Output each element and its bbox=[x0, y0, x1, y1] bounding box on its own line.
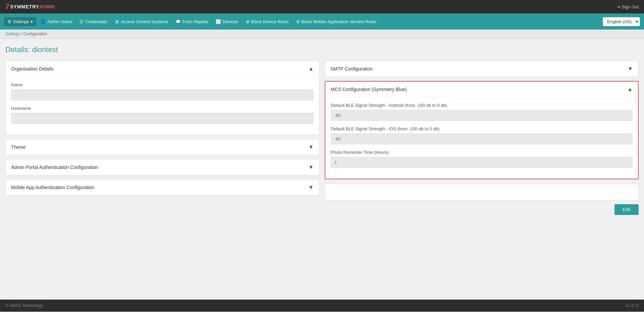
block-mobile-icon: ⊘ bbox=[296, 19, 300, 24]
mcs-section: MCS Configuration (Symmetry Blue) ▲ Defa… bbox=[325, 81, 639, 179]
ble-ios-label: Default BLE Signal Strength - iOS (from … bbox=[331, 126, 633, 131]
nav-settings[interactable]: ⚙ Settings ▾ bbox=[4, 17, 36, 26]
admin-portal-auth-title: Admin Portal Authentication Configuratio… bbox=[11, 165, 98, 170]
mcs-body: Default BLE Signal Strength - Android (f… bbox=[325, 97, 638, 179]
admin-users-icon: 👤 bbox=[40, 19, 46, 24]
smtp-chevron-icon: ▼ bbox=[628, 66, 633, 72]
logo-sym: SYMMETRY bbox=[10, 4, 39, 9]
admin-portal-auth-header[interactable]: Admin Portal Authentication Configuratio… bbox=[6, 160, 319, 175]
devices-icon: ⬜ bbox=[216, 19, 221, 24]
name-field-group: Name bbox=[11, 82, 314, 100]
admin-portal-auth-section: Admin Portal Authentication Configuratio… bbox=[5, 159, 319, 175]
form-replies-icon: 💬 bbox=[175, 19, 181, 24]
nav-left: ⚙ Settings ▾ 👤 Admin Users ☰ Credentials… bbox=[4, 17, 380, 26]
ble-android-label: Default BLE Signal Strength - Android (f… bbox=[331, 103, 633, 108]
nav-admin-users[interactable]: 👤 Admin Users bbox=[37, 17, 75, 26]
smtp-header[interactable]: SMTP Configuration ▼ bbox=[325, 61, 638, 77]
block-device-icon: ⊗ bbox=[246, 19, 250, 24]
bottom-right-section bbox=[325, 183, 639, 200]
ble-android-input[interactable] bbox=[331, 110, 633, 121]
copyright: © AMAG Technology bbox=[5, 303, 43, 308]
breadcrumb: Settings / Configuration bbox=[0, 30, 644, 39]
mobile-app-auth-chevron-icon: ▼ bbox=[308, 184, 314, 190]
settings-chevron-icon: ▾ bbox=[31, 19, 33, 24]
edit-button[interactable]: Edit bbox=[614, 204, 639, 215]
signout-icon: ⇥ bbox=[616, 4, 620, 9]
credentials-icon: ☰ bbox=[79, 19, 84, 24]
mcs-header[interactable]: MCS Configuration (Symmetry Blue) ▲ bbox=[325, 82, 638, 97]
ble-android-field-group: Default BLE Signal Strength - Android (f… bbox=[331, 103, 633, 121]
content-columns: Organisation Details ▲ Name Hostname bbox=[5, 61, 639, 215]
settings-icon: ⚙ bbox=[7, 19, 11, 24]
language-select[interactable]: English (US) bbox=[603, 17, 640, 26]
nav-block-device-rules[interactable]: ⊗ Block Device Rules bbox=[243, 17, 292, 26]
mcs-chevron-icon: ▲ bbox=[627, 86, 633, 92]
nav-access-control[interactable]: 🖥 Access Control Systems bbox=[111, 17, 171, 26]
mobile-app-auth-header[interactable]: Mobile App Authentication Configuration … bbox=[6, 180, 319, 195]
bottom-bar: © AMAG Technology v1.27.6 bbox=[0, 300, 644, 312]
org-details-section: Organisation Details ▲ Name Hostname bbox=[5, 61, 319, 135]
hostname-field-group: Hostname bbox=[11, 106, 314, 124]
org-details-body: Name Hostname bbox=[6, 77, 319, 135]
nav-bar: ⚙ Settings ▾ 👤 Admin Users ☰ Credentials… bbox=[0, 13, 644, 30]
org-details-title: Organisation Details bbox=[11, 66, 53, 72]
access-control-icon: 🖥 bbox=[115, 19, 119, 24]
left-column: Organisation Details ▲ Name Hostname bbox=[5, 61, 319, 199]
breadcrumb-current: Configuration bbox=[23, 32, 47, 36]
main-content: Details: diontest Organisation Details ▲… bbox=[0, 39, 644, 300]
breadcrumb-parent[interactable]: Settings bbox=[5, 32, 20, 36]
photo-reminder-label: Photo Reminder Time (Hours) bbox=[331, 150, 633, 155]
smtp-section: SMTP Configuration ▼ bbox=[325, 61, 639, 77]
mcs-title: MCS Configuration (Symmetry Blue) bbox=[331, 87, 407, 92]
nav-devices[interactable]: ⬜ Devices bbox=[212, 17, 241, 26]
photo-reminder-input[interactable] bbox=[331, 157, 633, 168]
theme-section: Theme ▼ bbox=[5, 139, 319, 155]
photo-reminder-field-group: Photo Reminder Time (Hours) bbox=[331, 150, 633, 168]
mobile-app-auth-section: Mobile App Authentication Configuration … bbox=[5, 179, 319, 195]
ble-ios-input[interactable] bbox=[331, 133, 633, 144]
signout-button[interactable]: ⇥ Sign Out bbox=[616, 4, 639, 9]
theme-title: Theme bbox=[11, 144, 26, 150]
nav-block-mobile-app[interactable]: ⊘ Block Mobile Application Version Rules bbox=[293, 17, 380, 26]
logo-admin: ADMIN bbox=[39, 4, 55, 9]
edit-btn-container: Edit bbox=[325, 204, 639, 215]
nav-form-replies[interactable]: 💬 Form Replies bbox=[172, 17, 212, 26]
theme-chevron-icon: ▼ bbox=[308, 144, 314, 150]
name-input[interactable] bbox=[11, 89, 314, 100]
name-label: Name bbox=[11, 82, 314, 87]
mobile-app-auth-title: Mobile App Authentication Configuration bbox=[11, 185, 94, 190]
nav-credentials[interactable]: ☰ Credentials bbox=[76, 17, 111, 26]
org-details-chevron-icon: ▲ bbox=[308, 66, 314, 72]
logo: 7 SYMMETRY ADMIN bbox=[5, 2, 55, 11]
top-bar: 7 SYMMETRY ADMIN ⇥ Sign Out bbox=[0, 0, 644, 13]
hostname-label: Hostname bbox=[11, 106, 314, 111]
admin-portal-auth-chevron-icon: ▼ bbox=[308, 164, 314, 170]
page-title: Details: diontest bbox=[5, 45, 639, 54]
org-details-header[interactable]: Organisation Details ▲ bbox=[6, 61, 319, 77]
theme-header[interactable]: Theme ▼ bbox=[6, 139, 319, 155]
hostname-input[interactable] bbox=[11, 113, 314, 124]
version: v1.27.6 bbox=[626, 303, 639, 308]
ble-ios-field-group: Default BLE Signal Strength - iOS (from … bbox=[331, 126, 633, 144]
smtp-title: SMTP Configuration bbox=[330, 66, 373, 72]
logo-icon: 7 bbox=[5, 2, 9, 11]
right-column: SMTP Configuration ▼ MCS Configuration (… bbox=[325, 61, 639, 215]
